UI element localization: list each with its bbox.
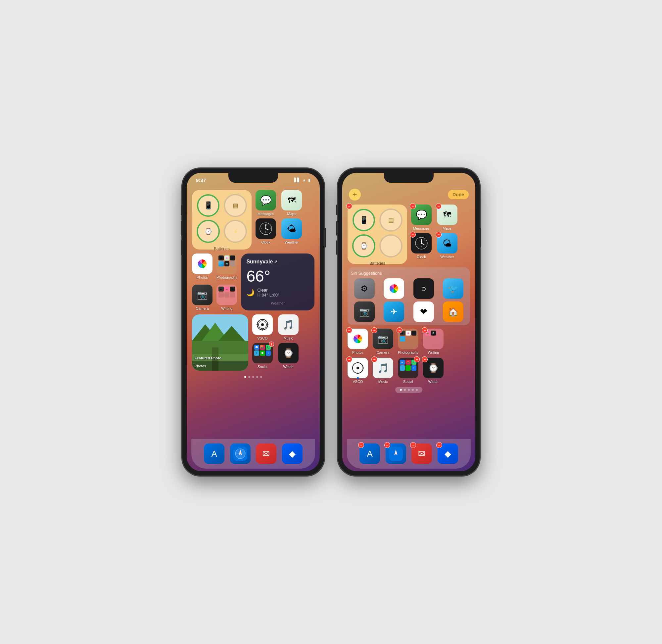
siri-app-home[interactable]: 🏠 xyxy=(440,301,467,322)
svg-point-45 xyxy=(362,367,364,369)
page-dots xyxy=(192,376,315,378)
vsco-minus[interactable]: − xyxy=(346,356,352,362)
dock-dropbox[interactable]: ◆ xyxy=(282,443,302,464)
social-minus[interactable]: − xyxy=(414,356,420,362)
wifi-icon: ▲ xyxy=(302,178,306,182)
featured-photo-footer: Photos xyxy=(192,361,248,371)
mute-switch-edit[interactable] xyxy=(336,205,338,215)
messages-minus[interactable]: − xyxy=(410,203,416,209)
page-dot-4 xyxy=(256,376,258,378)
svg-point-24 xyxy=(267,324,269,325)
power-button-edit[interactable] xyxy=(480,228,481,248)
edit-dock-safari[interactable]: − xyxy=(386,443,406,464)
done-button[interactable]: Done xyxy=(448,190,469,199)
app-maps[interactable]: 🗺 Maps xyxy=(281,190,302,216)
app-photography-folder[interactable]: ▦ 🌸 ○ 🐦 📷 Photography xyxy=(216,253,237,279)
edit-app-weather[interactable]: − 🌤 Weather xyxy=(437,233,457,259)
phone-body-normal: 9:37 ▋▋ ▲ ▮ 📱 xyxy=(182,168,324,476)
page-dot-3 xyxy=(252,376,254,378)
dropbox-minus[interactable]: − xyxy=(436,442,442,448)
safari-minus[interactable]: − xyxy=(384,442,390,448)
edit-app-photography[interactable]: − ▦ 🌸 ○ 🐦 Photography xyxy=(398,329,418,354)
music-minus[interactable]: − xyxy=(371,356,377,362)
app-watch[interactable]: ⌚ Watch xyxy=(278,343,299,369)
photos-label-edit: Photos xyxy=(352,350,363,354)
edit-app-social[interactable]: − W 📷 📞 🐦 f 1 Social xyxy=(398,358,418,384)
edit-apps-row-bottom: − 6 12 xyxy=(411,233,470,259)
app-writing-folder[interactable]: ▦ 🦋 B Writing xyxy=(216,284,237,310)
siri-app-tweetbot[interactable]: 🐦 xyxy=(440,278,467,299)
signal-icon: ▋▋ xyxy=(294,178,300,182)
app-music[interactable]: 🎵 Music xyxy=(278,314,299,340)
camera-minus[interactable]: − xyxy=(371,327,377,333)
volume-up-button-edit[interactable] xyxy=(336,221,338,236)
siri-app-photos[interactable] xyxy=(381,278,408,299)
batteries-widget[interactable]: 📱 ▤ ⌚ xyxy=(192,190,252,250)
weather-minus[interactable]: − xyxy=(436,232,441,238)
edit-dock-spark[interactable]: − ✉ xyxy=(411,443,432,464)
power-button[interactable] xyxy=(324,228,326,248)
maps-container: − 🗺 xyxy=(437,205,457,225)
photos-minus[interactable]: − xyxy=(346,327,352,333)
siri-app-settings[interactable]: ⚙ xyxy=(351,278,378,299)
watch-minus[interactable]: − xyxy=(422,356,428,362)
clock-label-edit: Clock xyxy=(417,255,426,259)
weather-label-edit: Weather xyxy=(440,255,454,259)
app-social-folder[interactable]: 🅦 📷 📞 ✈ 💬 f 1 Social xyxy=(252,343,273,369)
social-watch-row: 🅦 📷 📞 ✈ 💬 f 1 Social xyxy=(252,343,315,369)
dock-appstore[interactable]: A xyxy=(204,443,224,464)
edit-app-writing[interactable]: − 🦋 B Writing xyxy=(423,329,443,354)
svg-text:6: 6 xyxy=(421,246,422,248)
edit-app-clock[interactable]: − 6 12 xyxy=(411,233,432,259)
app-messages[interactable]: 💬 Messages xyxy=(255,190,276,216)
volume-down-button[interactable] xyxy=(181,240,182,255)
social-folder-container: 🅦 📷 📞 ✈ 💬 f 1 xyxy=(252,343,273,363)
svg-text:3: 3 xyxy=(270,228,271,230)
svg-point-43 xyxy=(357,373,359,374)
volume-down-button-edit[interactable] xyxy=(336,240,338,255)
weather-widget[interactable]: Sunnyvale ↗ 66° 🌙 Clear H:84° L:60° Weat… xyxy=(241,253,315,310)
batteries-widget-container: − 📱 ▤ xyxy=(347,205,407,264)
featured-photo-widget[interactable]: Featured Photo Photos xyxy=(192,314,248,371)
batteries-widget-edit[interactable]: 📱 ▤ ⌚ xyxy=(347,205,407,264)
weather-container: − 🌤 xyxy=(437,233,457,253)
edit-dock-dropbox[interactable]: − ◆ xyxy=(438,443,458,464)
app-weather[interactable]: 🌤 Weather xyxy=(281,218,302,244)
edit-app-maps[interactable]: − 🗺 Maps xyxy=(437,205,457,230)
app-clock[interactable]: 6 12 9 3 Clock xyxy=(255,218,276,244)
weather-label: Weather xyxy=(285,240,298,244)
watch-label: Watch xyxy=(283,365,294,369)
photos-edit-container: − xyxy=(347,329,368,349)
dock-spark[interactable]: ✉ xyxy=(256,443,276,464)
vsco-label: VSCO xyxy=(257,336,268,340)
messages-container: − 💬 xyxy=(411,205,432,225)
edit-app-photos[interactable]: − xyxy=(347,329,368,354)
tweetbot-icon: 🐦 xyxy=(443,278,463,299)
app-photos[interactable]: Photos xyxy=(192,253,212,279)
dock-safari[interactable] xyxy=(230,443,251,464)
mute-switch[interactable] xyxy=(181,205,182,215)
page-dot-1 xyxy=(244,376,246,378)
phone-body-edit: + Done − 📱 xyxy=(338,168,480,476)
edit-app-music[interactable]: − 🎵 Music xyxy=(373,358,393,384)
app-camera[interactable]: 📷 Camera xyxy=(192,284,212,310)
music-icon: 🎵 xyxy=(278,314,299,335)
add-button[interactable]: + xyxy=(349,189,361,201)
siri-app-telegram[interactable]: ✈ xyxy=(381,301,408,322)
edit-app-messages[interactable]: − 💬 Messages xyxy=(411,205,432,230)
batteries-minus-btn[interactable]: − xyxy=(346,203,352,209)
app-vsco[interactable]: VSCO xyxy=(252,314,273,340)
siri-app-camera[interactable]: 📷 xyxy=(351,301,378,322)
svg-point-22 xyxy=(262,329,263,330)
maps-label: Maps xyxy=(287,212,296,216)
edit-app-vsco[interactable]: − xyxy=(347,358,368,384)
maps-minus[interactable]: − xyxy=(436,203,441,209)
edit-dock-appstore[interactable]: − A xyxy=(360,443,380,464)
volume-up-button[interactable] xyxy=(181,221,182,236)
edit-app-camera2[interactable]: − 📷 Camera xyxy=(373,329,393,354)
vsco-music-row: VSCO 🎵 Music xyxy=(252,314,315,340)
edit-app-watch[interactable]: − ⌚ Watch xyxy=(423,358,443,384)
siri-app-health[interactable]: ❤ xyxy=(410,301,437,322)
siri-app-watch-face[interactable]: ○ xyxy=(410,278,437,299)
clock-minus[interactable]: − xyxy=(410,232,416,238)
